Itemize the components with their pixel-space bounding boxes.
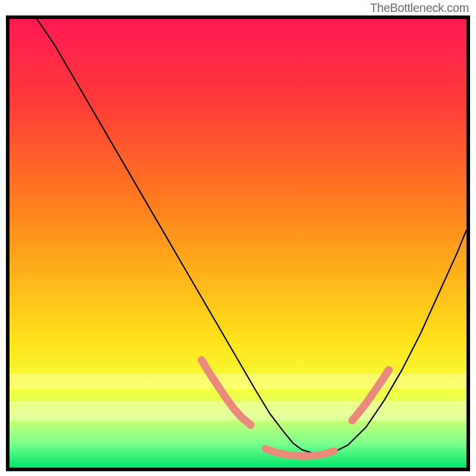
chart-plot bbox=[10, 19, 466, 468]
chart-frame bbox=[6, 15, 470, 471]
watermark-label: TheBottleneck.com bbox=[370, 1, 469, 15]
chart-svg bbox=[10, 19, 466, 468]
